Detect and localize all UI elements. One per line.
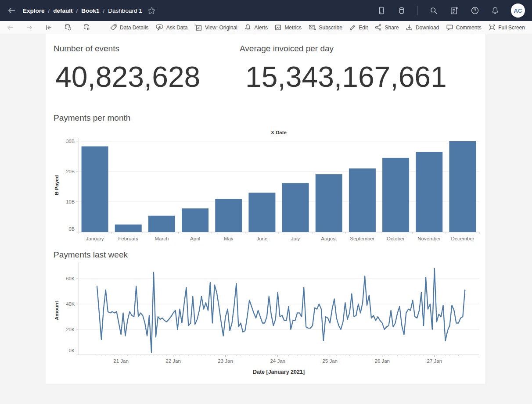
- bar-y-tick-label: 10B: [66, 199, 75, 204]
- toolbar-actions: Data Details Ask Data View: Original A: [110, 24, 526, 31]
- bar-december[interactable]: [449, 141, 476, 232]
- comments-button[interactable]: Comments: [446, 24, 482, 31]
- full-screen-label: Full Screen: [498, 25, 525, 31]
- notifications-bell-icon[interactable]: [491, 6, 500, 15]
- dashboard-viewport: Number of events 40,823,628 Average invo…: [0, 34, 532, 404]
- payments-per-month-bar-chart[interactable]: 0B10B20B30BJanuaryFebruaryMarchAprilMayJ…: [46, 126, 485, 246]
- top-navigation-bar: Explore / default / Book1 / Dashboard 1: [0, 0, 532, 21]
- bar-x-tick-label: May: [224, 236, 234, 241]
- bar-x-tick-label: November: [417, 236, 441, 241]
- breadcrumb-explore[interactable]: Explore: [23, 7, 45, 14]
- pause-updates-button[interactable]: [83, 24, 90, 31]
- line-x-tick-label: 22 Jan: [165, 358, 181, 364]
- favorites-list-icon[interactable]: [449, 6, 459, 15]
- kpi-events-label: Number of events: [54, 44, 119, 54]
- line-y-axis-label: Amount: [54, 301, 59, 320]
- bar-x-tick-label: December: [451, 236, 474, 241]
- bar-april[interactable]: [182, 208, 208, 232]
- line-chart-section-title: Payments last week: [54, 250, 128, 260]
- bar-x-tick-label: October: [387, 236, 405, 241]
- metrics-button[interactable]: Metrics: [274, 24, 302, 31]
- bar-chart-section-title: Payments per month: [54, 113, 130, 123]
- download-button[interactable]: Download: [406, 24, 439, 31]
- bar-august[interactable]: [316, 174, 342, 232]
- user-avatar[interactable]: AC: [511, 4, 525, 18]
- bar-july[interactable]: [282, 183, 309, 232]
- refresh-data-button[interactable]: [64, 24, 72, 31]
- kpi-invoiced-value: 15,343,167,661: [245, 62, 447, 91]
- back-icon[interactable]: [7, 6, 17, 15]
- bar-september[interactable]: [349, 168, 376, 232]
- help-icon[interactable]: [471, 6, 479, 15]
- share-label: Share: [385, 25, 399, 31]
- undo-button[interactable]: [6, 24, 14, 31]
- comments-label: Comments: [456, 25, 482, 31]
- bar-y-axis-label: B Payed: [54, 175, 59, 195]
- topnav-right-icons: AC: [377, 4, 525, 18]
- toolbar-nav-group: [6, 24, 90, 31]
- bar-x-tick-label: March: [155, 236, 169, 241]
- redo-button[interactable]: [25, 24, 33, 31]
- bar-y-tick-label: 20B: [66, 169, 75, 174]
- bar-x-tick-label: August: [321, 236, 337, 241]
- breadcrumb-workbook[interactable]: Book1: [81, 7, 99, 14]
- metrics-label: Metrics: [284, 25, 302, 31]
- view-original-button[interactable]: View: Original: [194, 24, 237, 31]
- bar-january[interactable]: [82, 147, 108, 232]
- breadcrumb-view[interactable]: Dashboard 1: [108, 7, 142, 14]
- subscribe-label: Subscribe: [319, 25, 342, 31]
- bar-february[interactable]: [115, 225, 142, 232]
- line-x-tick-label: 23 Jan: [218, 358, 233, 364]
- alerts-button[interactable]: Alerts: [244, 24, 268, 31]
- bar-y-tick-label: 0B: [69, 226, 75, 232]
- share-button[interactable]: Share: [374, 24, 399, 31]
- line-x-tick-label: 21 Jan: [113, 358, 129, 364]
- bar-x-tick-label: February: [118, 236, 138, 241]
- favorite-star-icon[interactable]: [147, 7, 156, 15]
- breadcrumb-separator: /: [48, 7, 50, 14]
- download-label: Download: [416, 25, 439, 31]
- bar-chart-title: X Date: [271, 130, 287, 135]
- kpi-invoiced-label: Average invoiced per day: [240, 44, 334, 54]
- bar-x-tick-label: September: [350, 236, 374, 241]
- full-screen-button[interactable]: Full Screen: [488, 24, 525, 31]
- topnav-divider: [417, 6, 418, 15]
- payments-line-series[interactable]: [97, 268, 465, 352]
- bar-y-tick-label: 30B: [66, 139, 75, 144]
- edit-button[interactable]: Edit: [349, 24, 368, 31]
- bar-november[interactable]: [416, 152, 442, 232]
- line-y-tick-label: 40K: [66, 301, 75, 307]
- line-x-tick-label: 24 Jan: [270, 358, 285, 364]
- line-x-tick-label: 25 Jan: [322, 358, 338, 364]
- kpi-events-value: 40,823,628: [55, 62, 200, 91]
- data-source-icon[interactable]: [397, 6, 406, 15]
- bar-march[interactable]: [148, 216, 175, 232]
- revert-button[interactable]: [45, 24, 53, 31]
- subscribe-button[interactable]: Subscribe: [309, 24, 342, 31]
- payments-last-week-line-chart[interactable]: 0K20K40K60K21 Jan22 Jan23 Jan24 Jan25 Ja…: [46, 262, 485, 382]
- device-layout-icon[interactable]: [377, 6, 386, 15]
- breadcrumb-project[interactable]: default: [53, 7, 72, 14]
- line-y-tick-label: 0K: [69, 348, 75, 353]
- bar-may[interactable]: [215, 199, 242, 232]
- search-icon[interactable]: [429, 6, 438, 15]
- line-y-tick-label: 20K: [66, 327, 75, 332]
- bar-x-tick-label: July: [291, 236, 300, 241]
- bar-june[interactable]: [248, 193, 275, 232]
- ask-data-button[interactable]: Ask Data: [155, 24, 188, 31]
- breadcrumb-separator: /: [76, 7, 78, 14]
- bar-october[interactable]: [382, 158, 409, 232]
- view-toolbar: Data Details Ask Data View: Original A: [0, 21, 532, 34]
- data-details-label: Data Details: [120, 25, 148, 31]
- data-details-button[interactable]: Data Details: [110, 24, 148, 31]
- bar-x-tick-label: June: [256, 236, 267, 241]
- line-y-tick-label: 60K: [66, 276, 75, 281]
- breadcrumb-separator: /: [103, 7, 105, 14]
- edit-label: Edit: [359, 25, 368, 31]
- breadcrumb: Explore / default / Book1 / Dashboard 1: [23, 7, 142, 14]
- line-x-tick-label: 26 Jan: [374, 358, 390, 364]
- bar-x-tick-label: April: [190, 236, 200, 241]
- line-x-axis-label: Date [January 2021]: [253, 369, 305, 375]
- ask-data-label: Ask Data: [166, 25, 188, 31]
- alerts-label: Alerts: [254, 25, 268, 31]
